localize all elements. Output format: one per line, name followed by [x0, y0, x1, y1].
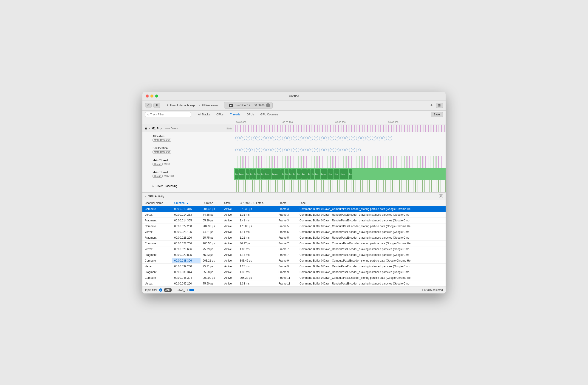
search-icon: ⊙ — [147, 113, 149, 116]
nav-back-icon: ‹ — [227, 103, 228, 107]
filter-tag[interactable]: ⊚ — [159, 289, 162, 292]
cmd-9: Comm... — [272, 169, 281, 179]
table-row[interactable]: Vertex00:00.047.26075.50 μsActive1.33 ms… — [142, 281, 446, 286]
col-channel[interactable]: Channel Name — [142, 200, 172, 206]
table-row[interactable]: Compute00:00.013.315904.46 μsActive373.3… — [142, 206, 446, 212]
main-thread-2-name: Main Thread — [152, 171, 168, 174]
cell-channel: Fragment — [142, 269, 172, 275]
info-button[interactable]: i — [266, 103, 270, 107]
cell-label: Command Buffer 0:Dawn_RenderPassEncoder_… — [297, 235, 446, 240]
table-row[interactable]: Vertex00:00.014.25374.58 μsActive1.31 ms… — [142, 212, 446, 217]
col-cpu-gpu-lat[interactable]: CPU to GPU Laten... — [237, 200, 276, 206]
table-row[interactable]: Fragment00:00.028.29665.75 μsActive1.21 … — [142, 235, 446, 240]
alloc-pair: ⊤ ⊤ — [251, 136, 260, 140]
close-button[interactable] — [146, 95, 149, 97]
cell-label: Command Buffer 0:Dawn_RenderPassEncoder_… — [297, 281, 446, 286]
run-info[interactable]: ‹ ▶ Run 12 of 12 | 00:00:00 i — [224, 102, 273, 109]
collapse-button[interactable]: ⊟ — [436, 103, 443, 108]
toggle-switch[interactable] — [189, 289, 194, 291]
separator-2 — [221, 103, 221, 108]
cell-label: Command Buffer 0:Dawn_RenderPassEncoder_… — [297, 217, 446, 223]
driver-expand-icon[interactable]: ▶ — [152, 185, 154, 187]
cell-duration: 74.58 μs — [201, 212, 222, 217]
track-filter-input[interactable] — [150, 113, 189, 116]
run-time: 00:00:00 — [254, 104, 265, 107]
cell-channel: Compute — [142, 206, 172, 212]
cell-state: Active — [222, 275, 237, 281]
cell-channel: Vertex — [142, 263, 172, 269]
cmd-1: C... — [235, 169, 238, 179]
cell-channel: Vertex — [142, 246, 172, 252]
device-selector[interactable]: 🖥 fbeaufort-macbookpro › All Processes — [166, 104, 218, 107]
tab-threads[interactable]: Threads — [227, 112, 243, 117]
col-creation[interactable]: Creation ▲ — [172, 200, 200, 206]
cell-label: Command Buffer 0:Dawn_ComputePassEncoder… — [297, 223, 446, 229]
cell-channel: Compute — [142, 258, 172, 263]
table-row[interactable]: Fragment00:00.029.80565.83 μsActive1.14 … — [142, 252, 446, 258]
state-label: State — [226, 127, 232, 130]
table-row[interactable]: Compute00:00.028.756900.50 μsActive86.17… — [142, 240, 446, 246]
table-row[interactable]: Vertex00:00.029.69675.79 μsActive1.03 ms… — [142, 246, 446, 252]
layout-button[interactable]: ⊡ — [439, 194, 443, 198]
cell-duration: 903.21 μs — [201, 258, 222, 263]
tab-gpu-counters[interactable]: GPU Counters — [257, 112, 281, 117]
cmd-8: Com... — [264, 169, 271, 179]
cell-state: Active — [222, 217, 237, 223]
cmd-10: C... — [281, 169, 284, 179]
cell-frame: Frame 5 — [276, 229, 297, 235]
table-row[interactable]: Compute00:00.046.324903.00 μsActive395.3… — [142, 275, 446, 281]
run-button[interactable]: ▶ — [229, 104, 233, 107]
ruler-mark-1: 00:00.100 — [283, 121, 293, 124]
cmd-6: C... — [257, 169, 260, 179]
table-header: Channel Name Creation ▲ Duration State — [142, 200, 446, 206]
main-thread-2-viz: C... Com... C... C... C... C... C... Com… — [234, 168, 446, 180]
cell-frame: Frame 7 — [276, 240, 297, 246]
cell-state: Active — [222, 235, 237, 240]
gpu-table[interactable]: Channel Name Creation ▲ Duration State — [142, 200, 446, 287]
cell-state: Active — [222, 240, 237, 246]
table-row[interactable]: Compute00:00.027.260904.33 μsActive175.0… — [142, 223, 446, 229]
tab-gpus[interactable]: GPUs — [243, 112, 257, 117]
add-button[interactable]: + — [429, 103, 434, 108]
table-row[interactable]: Vertex00:00.039.24075.21 μsActive1.28 ms… — [142, 263, 446, 269]
col-duration[interactable]: Duration — [201, 200, 222, 206]
cell-duration: 904.33 μs — [201, 223, 222, 229]
table-row[interactable]: Fragment00:00.014.35565.29 μsActive1.41 … — [142, 217, 446, 223]
filter-label: Input filter — [145, 289, 157, 292]
cell-state: Active — [222, 281, 237, 286]
main-thread-1-row: Main Thread Thread 0xfce — [142, 156, 446, 168]
cell-state: Active — [222, 229, 237, 235]
toggle-dot — [187, 289, 188, 291]
cell-cpu_gpu_lat: 1.03 ms — [237, 246, 276, 252]
cell-duration: 75.50 μs — [201, 281, 222, 286]
track-filter[interactable]: ⊙ — [145, 112, 191, 117]
deallocation-viz: ⊤ ⊤ ⊤ ⊤ ⊤ ⊤ ⊤ ⊤ ⊤ ⊤ ⊤ — [234, 144, 446, 156]
maximize-button[interactable] — [155, 95, 158, 97]
cell-cpu_gpu_lat: 1.33 ms — [237, 281, 276, 286]
expand-chevron[interactable]: ▾ — [149, 127, 150, 130]
save-button[interactable]: Save — [431, 112, 443, 117]
tab-cpus[interactable]: CPUs — [213, 112, 227, 117]
cmd-18: Co... — [315, 169, 320, 179]
back-button[interactable]: ↺ — [145, 103, 152, 108]
gpu-activity-expand[interactable]: ▾ — [145, 195, 146, 197]
table-row[interactable]: Compute00:00.038.306903.21 μsActive343.4… — [142, 258, 446, 263]
cell-duration: 75.21 μs — [201, 263, 222, 269]
alloc-c1: ⊤ — [235, 136, 240, 140]
minimize-button[interactable] — [150, 95, 153, 97]
cell-label: Command Buffer 0:Dawn_RenderPassEncoder_… — [297, 252, 446, 258]
ruler-mark-2: 00:00.200 — [335, 121, 346, 124]
main-thread-2-row: Main Thread Thread 0x124eef C... Com... … — [142, 168, 446, 180]
deallocation-label: Deallocation Metal Resource — [142, 144, 234, 156]
col-frame[interactable]: Frame — [276, 200, 297, 206]
status-toggle — [187, 289, 194, 291]
gpu-activity-header: ▾ GPU Activity ⊡ — [142, 193, 446, 200]
table-row[interactable]: Fragment00:00.039.34465.58 μsActive1.38 … — [142, 269, 446, 275]
col-state[interactable]: State — [222, 200, 237, 206]
col-label[interactable]: Label — [297, 200, 446, 206]
ruler-mark-3: 00:00.300 — [388, 121, 399, 124]
pause-button[interactable]: ⏸ — [153, 103, 160, 108]
table-row[interactable]: Vertex00:00.028.19574.21 μsActive1.11 ms… — [142, 229, 446, 235]
tab-all-tracks[interactable]: All Tracks — [195, 112, 213, 117]
cmd-3: C... — [246, 169, 249, 179]
